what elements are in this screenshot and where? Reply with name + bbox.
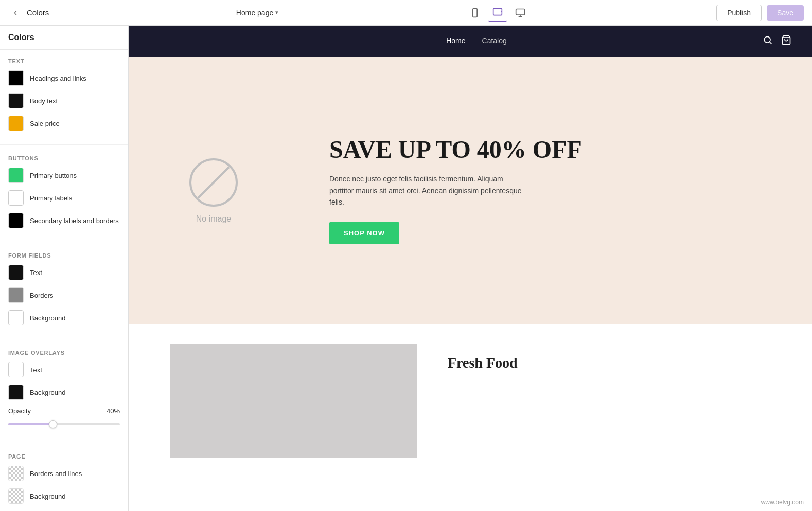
primary-buttons-swatch[interactable] xyxy=(8,168,24,183)
page-background-label: Background xyxy=(30,492,65,500)
buttons-section-label: BUTTONS xyxy=(8,155,120,161)
top-bar-right: Publish Save xyxy=(716,5,804,21)
primary-labels-row[interactable]: Primary labels xyxy=(8,190,120,206)
page-borders-row[interactable]: Borders and lines xyxy=(8,466,120,481)
secondary-labels-label: Secondary labels and borders xyxy=(30,217,119,225)
form-fields-section-label: FORM FIELDS xyxy=(8,252,120,259)
overlay-background-label: Background xyxy=(30,389,65,396)
text-section-label: TEXT xyxy=(8,58,120,64)
main-layout: Colors TEXT Headings and links Body text… xyxy=(0,26,812,511)
sidebar-title: Colors xyxy=(27,8,49,17)
top-bar-left: ‹ Colors xyxy=(8,6,49,20)
form-background-swatch[interactable] xyxy=(8,310,24,325)
page-borders-label: Borders and lines xyxy=(30,470,82,478)
nav-link-catalog[interactable]: Catalog xyxy=(482,36,507,46)
second-image-placeholder xyxy=(170,344,417,458)
no-image-text: No image xyxy=(196,214,231,224)
page-selector-label: Home page xyxy=(236,9,273,17)
page-section: PAGE Borders and lines Background xyxy=(0,445,128,511)
sidebar-header: Colors xyxy=(0,26,128,50)
hero-title: SAVE UP TO 40% OFF xyxy=(329,136,582,163)
svg-line-7 xyxy=(770,42,772,44)
svg-rect-0 xyxy=(473,8,477,17)
headings-links-label: Headings and links xyxy=(30,75,86,82)
page-borders-swatch[interactable] xyxy=(8,466,24,481)
store-nav-icons xyxy=(763,35,791,48)
svg-point-6 xyxy=(764,36,770,43)
svg-rect-4 xyxy=(516,9,524,15)
save-button[interactable]: Save xyxy=(767,5,804,21)
form-text-label: Text xyxy=(30,269,42,277)
hero-content-area: SAVE UP TO 40% OFF Donec nec justo eget … xyxy=(298,57,812,324)
overlay-background-row[interactable]: Background xyxy=(8,385,120,400)
mobile-view-button[interactable] xyxy=(466,4,484,22)
opacity-label: Opacity xyxy=(8,407,31,415)
body-text-row[interactable]: Body text xyxy=(8,93,120,108)
device-switcher xyxy=(466,4,529,22)
top-bar: ‹ Colors Home page ▾ Publish Save xyxy=(0,0,812,26)
form-background-row[interactable]: Background xyxy=(8,310,120,325)
fresh-food-title: Fresh Food xyxy=(448,355,518,371)
secondary-labels-row[interactable]: Secondary labels and borders xyxy=(8,213,120,228)
image-overlays-section: IMAGE OVERLAYS Text Background Opacity 4… xyxy=(0,341,128,441)
opacity-row: Opacity 40% xyxy=(8,407,120,429)
overlay-background-swatch[interactable] xyxy=(8,385,24,400)
no-image-placeholder: No image xyxy=(188,157,239,224)
form-text-row[interactable]: Text xyxy=(8,265,120,280)
nav-link-home[interactable]: Home xyxy=(446,36,465,46)
secondary-labels-swatch[interactable] xyxy=(8,213,24,228)
preview-area: Home Catalog xyxy=(129,26,812,511)
hero-image-placeholder: No image xyxy=(129,57,298,324)
body-text-swatch[interactable] xyxy=(8,93,24,108)
hero-content: SAVE UP TO 40% OFF Donec nec justo eget … xyxy=(329,136,582,245)
sale-price-label: Sale price xyxy=(30,120,60,127)
desktop-view-button[interactable] xyxy=(511,4,529,22)
form-text-swatch[interactable] xyxy=(8,265,24,280)
publish-button[interactable]: Publish xyxy=(716,5,762,21)
second-section: Fresh Food xyxy=(129,324,812,478)
primary-buttons-label: Primary buttons xyxy=(30,172,77,179)
back-button[interactable]: ‹ xyxy=(8,6,23,20)
primary-buttons-row[interactable]: Primary buttons xyxy=(8,168,120,183)
sale-price-row[interactable]: Sale price xyxy=(8,116,120,131)
overlay-text-swatch[interactable] xyxy=(8,362,24,377)
primary-labels-label: Primary labels xyxy=(30,194,72,202)
form-fields-section: FORM FIELDS Text Borders Background xyxy=(0,244,128,337)
sale-price-swatch[interactable] xyxy=(8,116,24,131)
form-borders-label: Borders xyxy=(30,291,54,299)
overlay-text-row[interactable]: Text xyxy=(8,362,120,377)
svg-rect-2 xyxy=(493,8,502,15)
svg-line-10 xyxy=(198,167,229,198)
form-borders-swatch[interactable] xyxy=(8,287,24,303)
body-text-label: Body text xyxy=(30,97,58,105)
watermark: www.belvg.com xyxy=(761,499,804,506)
slider-track xyxy=(8,423,120,425)
store-navbar: Home Catalog xyxy=(129,26,812,57)
headings-links-swatch[interactable] xyxy=(8,70,24,86)
opacity-value: 40% xyxy=(107,407,120,415)
headings-links-row[interactable]: Headings and links xyxy=(8,70,120,86)
form-background-label: Background xyxy=(30,314,65,322)
primary-labels-swatch[interactable] xyxy=(8,190,24,206)
store-nav-links: Home Catalog xyxy=(446,36,507,46)
no-image-icon xyxy=(188,157,239,208)
opacity-slider[interactable] xyxy=(8,419,120,429)
page-section-label: PAGE xyxy=(8,453,120,460)
slider-fill xyxy=(8,423,53,425)
tablet-view-button[interactable] xyxy=(488,4,507,22)
search-icon[interactable] xyxy=(763,35,773,48)
chevron-down-icon: ▾ xyxy=(275,9,278,16)
colors-sidebar: Colors TEXT Headings and links Body text… xyxy=(0,26,129,511)
preview-frame: Home Catalog xyxy=(129,26,812,511)
image-overlays-section-label: IMAGE OVERLAYS xyxy=(8,350,120,356)
second-content: Fresh Food xyxy=(417,344,549,458)
buttons-section: BUTTONS Primary buttons Primary labels S… xyxy=(0,147,128,240)
hero-section: No image SAVE UP TO 40% OFF Donec nec ju… xyxy=(129,57,812,324)
cart-icon[interactable] xyxy=(781,35,791,48)
page-background-row[interactable]: Background xyxy=(8,488,120,504)
form-borders-row[interactable]: Borders xyxy=(8,287,120,303)
page-background-swatch[interactable] xyxy=(8,488,24,504)
slider-thumb[interactable] xyxy=(49,420,57,428)
page-selector[interactable]: Home page ▾ xyxy=(236,9,278,17)
shop-now-button[interactable]: SHOP NOW xyxy=(329,222,399,244)
